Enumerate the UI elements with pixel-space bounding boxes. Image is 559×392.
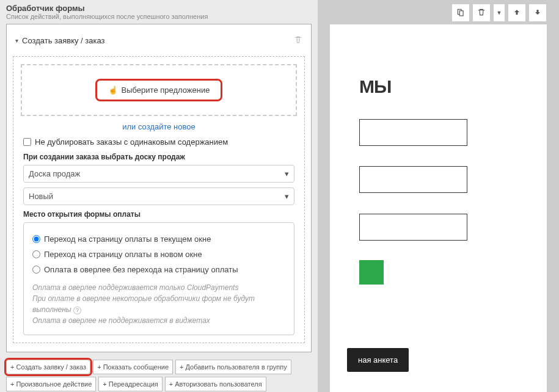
radio-same-window[interactable]: Переход на страницу оплаты в текущем окн… (32, 231, 285, 247)
caret-down-icon: ▼ (497, 10, 502, 16)
add-create-order-button[interactable]: + Создать заявку / заказ (6, 360, 90, 374)
radio-same-window-label: Переход на страницу оплаты в текущем окн… (44, 234, 211, 244)
select-offer-label: Выберите предложение (122, 85, 210, 95)
preview-input-3[interactable] (359, 214, 467, 241)
move-up-button[interactable] (508, 4, 526, 22)
create-new-offer-link[interactable]: или создайте новое (21, 122, 297, 131)
status-select[interactable]: Новый ▾ (23, 187, 294, 205)
select-offer-button[interactable]: ☝ Выберите предложение (97, 81, 221, 100)
handler-body: ☝ Выберите предложение или создайте ново… (13, 56, 305, 343)
add-redirect-button[interactable]: + Переадресация (98, 377, 163, 391)
delete-button[interactable] (472, 4, 491, 22)
help-icon[interactable]: ? (73, 307, 81, 314)
copy-icon (456, 8, 465, 18)
radio-overlay-label: Оплата в оверлее без перехода на страниц… (44, 265, 238, 274)
preview-input-2[interactable] (359, 166, 467, 193)
preview-panel: ▼ МЫ ная анкета (318, 0, 559, 392)
add-authorize-user-button[interactable]: + Авторизовать пользователя (165, 377, 266, 391)
add-action-buttons-row: + Создать заявку / заказ + Показать сооб… (6, 352, 312, 392)
arrow-down-icon (534, 9, 541, 18)
payment-open-label: Место открытия формы оплаты (23, 210, 294, 219)
status-value: Новый (29, 192, 53, 201)
radio-new-window[interactable]: Переход на страницу оплаты в новом окне (32, 247, 285, 262)
no-duplicate-label: Не дублировать заказы с одинаковым содер… (35, 137, 228, 147)
radio-new-window-input[interactable] (32, 250, 40, 258)
radio-overlay-input[interactable] (32, 266, 40, 274)
sales-board-value: Доска продаж (29, 169, 80, 178)
payment-open-radio-group: Переход на страницу оплаты в текущем окн… (23, 222, 294, 335)
highlight-select-offer: ☝ Выберите предложение (95, 79, 223, 101)
add-user-to-group-button[interactable]: + Добавить пользователя в группу (175, 360, 291, 374)
sales-board-select[interactable]: Доска продаж ▾ (23, 165, 294, 183)
preview-heading: МЫ (359, 76, 391, 97)
chevron-down-icon: ▾ (285, 169, 289, 178)
arrow-up-icon (513, 9, 521, 18)
duplicate-button[interactable] (451, 4, 470, 22)
chevron-down-icon: ▾ (285, 192, 289, 201)
radio-same-window-input[interactable] (32, 235, 40, 243)
no-duplicate-checkbox-row[interactable]: Не дублировать заказы с одинаковым содер… (23, 131, 294, 153)
form-handler-settings-panel: Обработчик формы Список действий, выполн… (0, 0, 318, 392)
section-subtitle: Список действий, выполняющихся после усп… (6, 13, 312, 24)
overlay-notes: Оплата в оверлее поддерживается только C… (32, 277, 285, 326)
trash-icon (477, 8, 486, 18)
svg-rect-1 (459, 10, 463, 15)
section-title: Обработчик формы (6, 0, 312, 13)
preview-submit-button[interactable] (359, 260, 384, 285)
handler-title: Создать заявку / заказ (22, 36, 105, 45)
radio-overlay[interactable]: Оплата в оверлее без перехода на страниц… (32, 262, 285, 277)
preview-badge-label: ная анкета (358, 355, 398, 365)
no-duplicate-checkbox[interactable] (23, 138, 31, 146)
add-custom-action-button[interactable]: + Произвольное действие (6, 377, 96, 391)
offer-selection-zone: ☝ Выберите предложение (21, 64, 297, 116)
pointer-icon: ☝ (108, 85, 118, 95)
handler-collapsible-header[interactable]: ▾ Создать заявку / заказ (13, 31, 305, 51)
preview-badge[interactable]: ная анкета (347, 348, 409, 372)
add-show-message-button[interactable]: + Показать сообщение (93, 360, 173, 374)
form-handler-container: ▾ Создать заявку / заказ ☝ Выберите пред… (6, 24, 312, 352)
dropdown-toggle[interactable]: ▼ (493, 4, 505, 22)
chevron-down-icon: ▾ (15, 37, 18, 44)
move-down-button[interactable] (528, 4, 547, 22)
form-preview: МЫ (330, 24, 547, 392)
note-cloudpayments: Оплата в оверлее поддерживается только C… (32, 282, 285, 293)
preview-toolbar: ▼ (451, 4, 547, 22)
preview-input-1[interactable] (359, 119, 467, 146)
trash-icon[interactable] (294, 35, 302, 46)
note-some-handlers: При оплате в оверлее некоторые обработчи… (32, 294, 255, 314)
note-widgets: Оплата в оверлее не поддерживается в вид… (32, 315, 285, 326)
sales-board-label: При создании заказа выбрать доску продаж (23, 153, 294, 161)
radio-new-window-label: Переход на страницу оплаты в новом окне (44, 250, 202, 259)
